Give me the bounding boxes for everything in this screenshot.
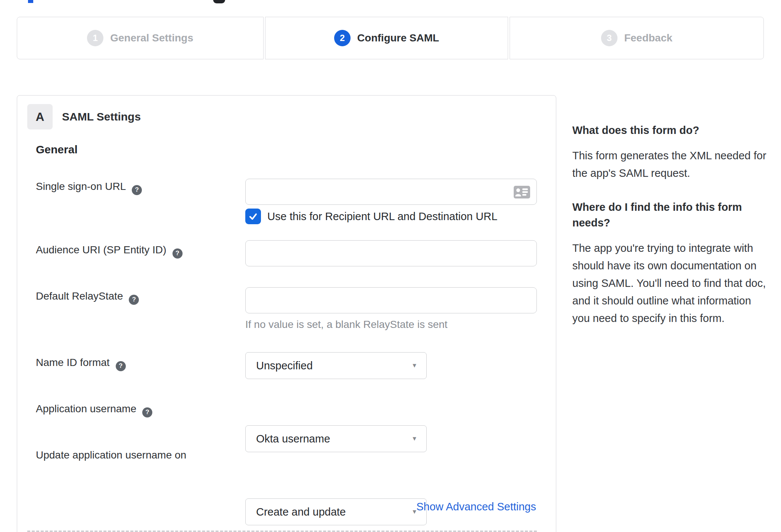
help-section-where: Where do I find the info this form needs… — [572, 199, 767, 327]
help-heading: What does this form do? — [572, 122, 767, 138]
step-number-badge: 1 — [87, 30, 103, 46]
relaystate-hint: If no value is set, a blank RelayState i… — [245, 319, 448, 331]
chevron-down-icon: ▼ — [411, 435, 417, 442]
check-icon — [248, 212, 258, 221]
update-app-username-value: Create and update — [256, 506, 346, 518]
help-icon[interactable]: ? — [142, 407, 152, 417]
help-icon[interactable]: ? — [116, 361, 126, 371]
recipient-url-checkbox-row: Use this for Recipient URL and Destinati… — [245, 209, 497, 224]
app-username-label: Application username — [36, 403, 136, 414]
name-id-format-value: Unspecified — [256, 360, 313, 372]
step-label: Configure SAML — [357, 32, 439, 44]
audience-uri-label: Audience URI (SP Entity ID) — [36, 244, 167, 256]
step-label: General Settings — [110, 32, 193, 44]
audience-uri-input[interactable] — [245, 240, 537, 266]
name-id-format-label-row: Name ID format? — [36, 357, 126, 371]
name-id-format-label: Name ID format — [36, 357, 110, 368]
update-app-username-label: Update application username on — [36, 449, 186, 461]
app-username-select[interactable]: Okta username ▼ — [245, 425, 427, 452]
step-label: Feedback — [624, 32, 672, 44]
help-panel: What does this form do? This form genera… — [572, 122, 767, 327]
step-feedback[interactable]: 3 Feedback — [510, 17, 764, 59]
step-number-badge: 3 — [601, 30, 617, 46]
sso-url-input[interactable] — [245, 179, 537, 205]
cropped-blue-element — [28, 0, 33, 3]
help-body: The app you're trying to integrate with … — [572, 240, 767, 327]
update-app-username-label-row: Update application username on — [36, 449, 186, 461]
audience-uri-label-row: Audience URI (SP Entity ID)? — [36, 244, 183, 259]
app-username-value: Okta username — [256, 433, 330, 445]
help-icon[interactable]: ? — [129, 295, 139, 305]
name-id-format-select[interactable]: Unspecified ▼ — [245, 352, 427, 379]
saml-settings-card: A SAML Settings General Single sign-on U… — [17, 95, 556, 532]
cropped-dark-element — [213, 0, 225, 3]
help-section-what: What does this form do? This form genera… — [572, 122, 767, 182]
advanced-link-row: Show Advanced Settings — [416, 501, 536, 513]
help-body: This form generates the XML needed for t… — [572, 147, 767, 182]
recipient-url-checkbox[interactable] — [245, 209, 261, 224]
help-heading: Where do I find the info this form needs… — [572, 199, 767, 231]
relaystate-input[interactable] — [245, 287, 537, 313]
contact-card-icon — [514, 186, 530, 198]
sso-url-label: Single sign-on URL — [36, 181, 126, 192]
app-username-label-row: Application username? — [36, 403, 152, 417]
section-a-badge: A — [27, 104, 53, 129]
help-icon[interactable]: ? — [132, 185, 142, 195]
help-icon[interactable]: ? — [172, 248, 183, 259]
step-general-settings[interactable]: 1 General Settings — [17, 17, 264, 59]
relaystate-label: Default RelayState — [36, 290, 123, 302]
chevron-down-icon: ▼ — [411, 362, 417, 369]
show-advanced-settings-link[interactable]: Show Advanced Settings — [416, 501, 536, 513]
relaystate-label-row: Default RelayState? — [36, 290, 139, 305]
step-number-badge: 2 — [334, 30, 351, 46]
recipient-url-checkbox-label[interactable]: Use this for Recipient URL and Destinati… — [267, 210, 497, 223]
section-dashed-divider — [27, 531, 537, 532]
wizard-stepper: 1 General Settings 2 Configure SAML 3 Fe… — [17, 17, 764, 59]
sso-url-field-wrap — [245, 179, 537, 205]
update-app-username-select[interactable]: Create and update ▼ — [245, 498, 427, 525]
step-configure-saml[interactable]: 2 Configure SAML — [265, 17, 508, 59]
section-title: SAML Settings — [62, 110, 141, 123]
general-group-heading: General — [36, 143, 78, 156]
sso-url-label-row: Single sign-on URL? — [36, 181, 142, 195]
